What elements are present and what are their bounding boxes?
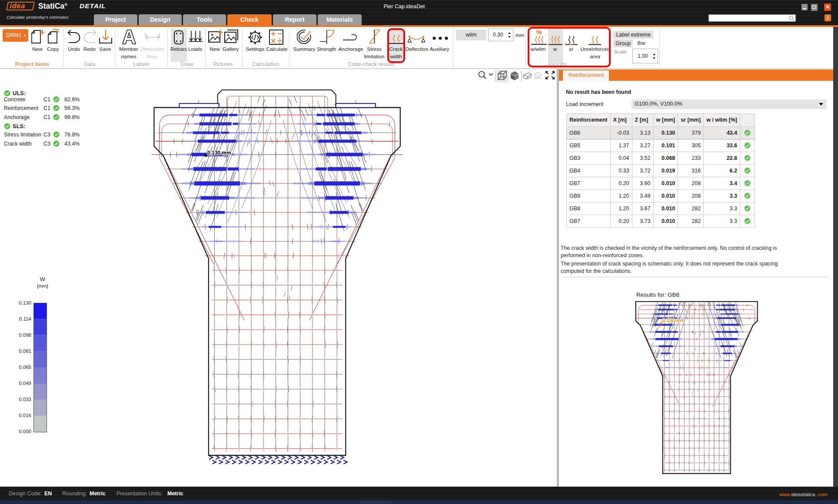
svg-text:0.130 mm: 0.130 mm <box>662 318 685 323</box>
svg-text:0.130 mm: 0.130 mm <box>207 150 231 156</box>
